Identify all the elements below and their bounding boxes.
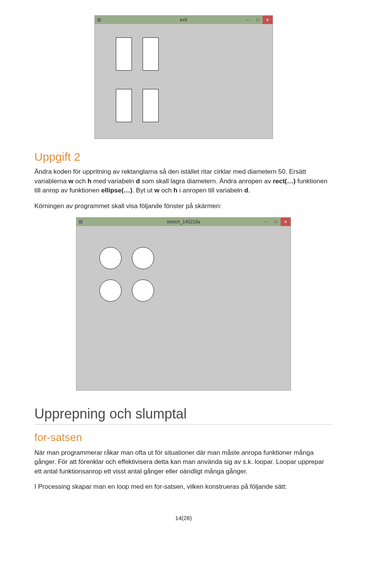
text: . Byt ut: [132, 187, 154, 194]
circle-1: [99, 247, 122, 269]
heading-upprepning: Upprepning och slumptal: [34, 406, 333, 425]
var-d2: d: [244, 187, 248, 194]
heading-uppgift2: Uppgift 2: [34, 150, 333, 163]
fn-ellipse: ellipse(…): [101, 187, 132, 194]
var-h: h: [88, 178, 91, 185]
forsatsen-p1: När man programmerar råkar man ofta ut f…: [34, 448, 333, 477]
uppgift2-p1: Ändra koden för uppritning av rektanglar…: [34, 167, 333, 195]
circle-3: [99, 279, 122, 302]
text: med variabeln: [91, 178, 136, 185]
var-d: d: [136, 178, 140, 185]
circle-2: [132, 247, 154, 269]
text: i anropen till variabeln: [177, 187, 244, 194]
window-controls: [261, 218, 291, 226]
var-w: w: [68, 178, 73, 185]
app-icon: [79, 220, 83, 224]
titlebar: ex6: [95, 16, 273, 24]
titlebar: sketch_140219a: [76, 218, 291, 226]
canvas-circles: [76, 226, 291, 390]
var-h2: h: [174, 187, 177, 194]
var-w2: w: [154, 187, 159, 194]
text: .: [248, 187, 250, 194]
rect-1: [116, 37, 132, 71]
text: som skall lagra diametern. Ändra anropen…: [140, 178, 273, 185]
rect-3: [116, 89, 132, 122]
app-icon: [97, 18, 101, 22]
minimize-button[interactable]: [243, 16, 253, 24]
circle-4: [132, 279, 154, 302]
subheading-for-satsen: for-satsen: [34, 431, 333, 444]
window-controls: [243, 16, 273, 24]
minimize-button[interactable]: [261, 218, 271, 226]
maximize-button[interactable]: [253, 16, 263, 24]
uppgift2-p2: Körningen av programmet skall visa följa…: [34, 202, 333, 211]
document-page: ex6 Uppgift 2 Ändra koden för uppritning…: [0, 0, 367, 529]
window-sketch: sketch_140219a: [76, 217, 291, 391]
forsatsen-p2: I Processing skapar man en loop med en f…: [34, 482, 333, 492]
window-ex6: ex6: [94, 15, 273, 139]
fn-rect: rect(…): [273, 178, 296, 185]
maximize-button[interactable]: [271, 218, 281, 226]
page-number: 14(28): [34, 515, 333, 521]
canvas-rects: [95, 24, 273, 139]
rect-2: [143, 37, 159, 71]
text: och: [73, 178, 88, 185]
close-button[interactable]: [263, 16, 273, 24]
text: och: [159, 187, 174, 194]
close-button[interactable]: [281, 218, 291, 226]
rect-4: [143, 89, 159, 122]
window-title: sketch_140219a: [76, 219, 291, 225]
